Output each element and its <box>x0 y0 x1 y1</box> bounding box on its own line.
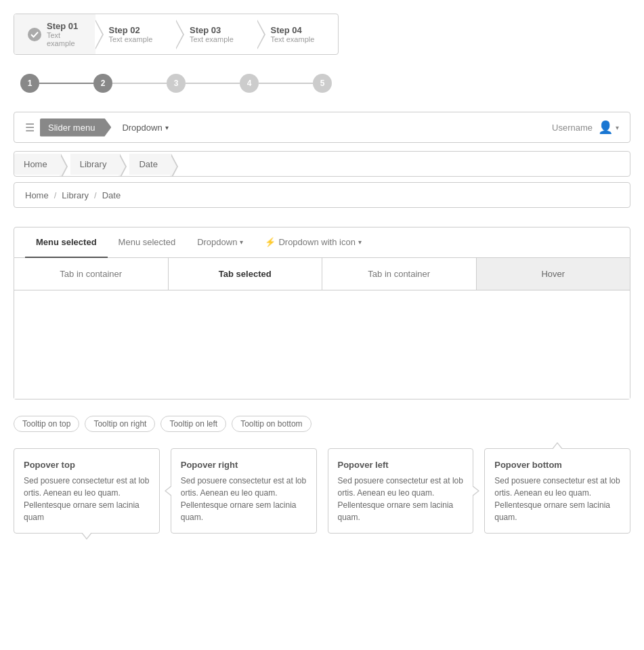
popover-right-text: Sed posuere consectetur est at lob ortis… <box>181 475 307 523</box>
step-2-sub: Text example <box>109 35 153 43</box>
step-2[interactable]: Step 02 Text example <box>95 18 177 50</box>
step-4-sub: Text example <box>271 35 315 43</box>
breadcrumb-arrow-item-date[interactable]: Date <box>129 154 171 175</box>
step-3-title: Step 03 <box>190 25 234 35</box>
popover-bottom-text: Sed posuere consectetur est at lob ortis… <box>494 475 620 523</box>
step-2-title: Step 02 <box>109 25 153 35</box>
dot-line-4 <box>259 83 313 84</box>
dot-4[interactable]: 4 <box>240 74 259 93</box>
popover-top: Popover top Sed posuere consectetur est … <box>14 448 160 534</box>
tooltip-top-button[interactable]: Tooltip on top <box>14 416 79 432</box>
breadcrumb-slash-date[interactable]: Date <box>102 190 121 200</box>
tooltip-left-button[interactable]: Tooltip on left <box>160 416 226 432</box>
tab-cell-3[interactable]: Tab in container <box>322 258 477 290</box>
slider-menu-username[interactable]: Username 👤 ▾ <box>552 120 619 135</box>
breadcrumb-arrow-item-home[interactable]: Home <box>14 154 61 175</box>
popover-top-title: Popover top <box>24 458 150 472</box>
tab-menu-selected-2[interactable]: Menu selected <box>108 228 187 258</box>
tab-menu-selected-1[interactable]: Menu selected <box>25 228 108 258</box>
tab-rows: Tab in container Tab selected Tab in con… <box>14 258 630 290</box>
tooltip-row: Tooltip on top Tooltip on right Tooltip … <box>14 416 630 432</box>
tab-container: Tab in container Tab selected Tab in con… <box>14 258 630 399</box>
breadcrumb-slash-sep-2: / <box>94 190 97 200</box>
step-4-title: Step 04 <box>271 25 315 35</box>
dot-5[interactable]: 5 <box>313 74 332 93</box>
popover-left-title: Popover left <box>338 458 464 472</box>
tab-bar: Menu selected Menu selected Dropdown ▾ ⚡… <box>14 227 630 258</box>
breadcrumb-slash-sep-1: / <box>54 190 57 200</box>
tab-dropdown-chevron-icon: ▾ <box>240 238 243 246</box>
dot-line-3 <box>186 83 240 84</box>
breadcrumb-slash-home[interactable]: Home <box>25 190 49 200</box>
step-1-icon <box>28 28 41 41</box>
lightning-icon: ⚡ <box>265 237 276 247</box>
dot-line-2 <box>112 83 167 84</box>
tooltip-bottom-button[interactable]: Tooltip on bottom <box>232 416 311 432</box>
menu-icon: ☰ <box>25 121 35 134</box>
step-1[interactable]: Step 01 Text example <box>14 14 95 54</box>
dot-line-1 <box>39 83 93 84</box>
popover-bottom: Popover bottom Sed posuere consectetur e… <box>484 448 630 534</box>
tab-dropdown-icon[interactable]: ⚡ Dropdown with icon ▾ <box>254 228 372 258</box>
tab-dropdown-icon-chevron-icon: ▾ <box>358 238 362 246</box>
breadcrumb-arrow: Home Library Date <box>14 151 630 177</box>
tab-content-area <box>14 290 630 399</box>
dot-stepper: 1 2 3 4 5 <box>14 74 630 93</box>
slider-menu: ☰ Slider menu Dropdown ▾ Username 👤 ▾ <box>14 112 630 143</box>
tab-cell-hover[interactable]: Hover <box>477 258 630 290</box>
step-4[interactable]: Step 04 Text example <box>257 18 339 50</box>
step-1-title: Step 01 <box>47 21 85 31</box>
breadcrumb-arrow-item-library[interactable]: Library <box>70 154 121 175</box>
popover-left-text: Sed posuere consectetur est at lob ortis… <box>338 475 464 523</box>
user-icon: 👤 <box>598 120 613 135</box>
dot-2[interactable]: 2 <box>93 74 112 93</box>
breadcrumb-slash-library[interactable]: Library <box>62 190 89 200</box>
slider-menu-label[interactable]: Slider menu <box>40 118 111 137</box>
dot-1[interactable]: 1 <box>20 74 39 93</box>
popover-right: Popover right Sed posuere consectetur es… <box>171 448 317 534</box>
step-3-sub: Text example <box>190 35 234 43</box>
dot-3[interactable]: 3 <box>167 74 186 93</box>
tooltip-right-button[interactable]: Tooltip on right <box>85 416 155 432</box>
dropdown-chevron-icon: ▾ <box>165 124 169 131</box>
tab-dropdown[interactable]: Dropdown ▾ <box>186 228 254 258</box>
popover-left: Popover left Sed posuere consectetur est… <box>328 448 474 534</box>
popover-right-title: Popover right <box>181 458 307 472</box>
breadcrumb-slash: Home / Library / Date <box>14 182 630 208</box>
stepper: Step 01 Text example Step 02 Text exampl… <box>14 14 339 55</box>
popover-bottom-title: Popover bottom <box>494 458 620 472</box>
step-1-sub: Text example <box>47 31 85 47</box>
tab-cell-selected[interactable]: Tab selected <box>169 258 323 290</box>
username-chevron-icon: ▾ <box>616 124 619 131</box>
slider-menu-dropdown[interactable]: Dropdown ▾ <box>122 123 168 133</box>
popover-top-text: Sed posuere consectetur est at lob ortis… <box>24 475 150 523</box>
step-3[interactable]: Step 03 Text example <box>176 18 257 50</box>
popover-row: Popover top Sed posuere consectetur est … <box>14 448 630 534</box>
tab-cell-1[interactable]: Tab in container <box>14 258 169 290</box>
